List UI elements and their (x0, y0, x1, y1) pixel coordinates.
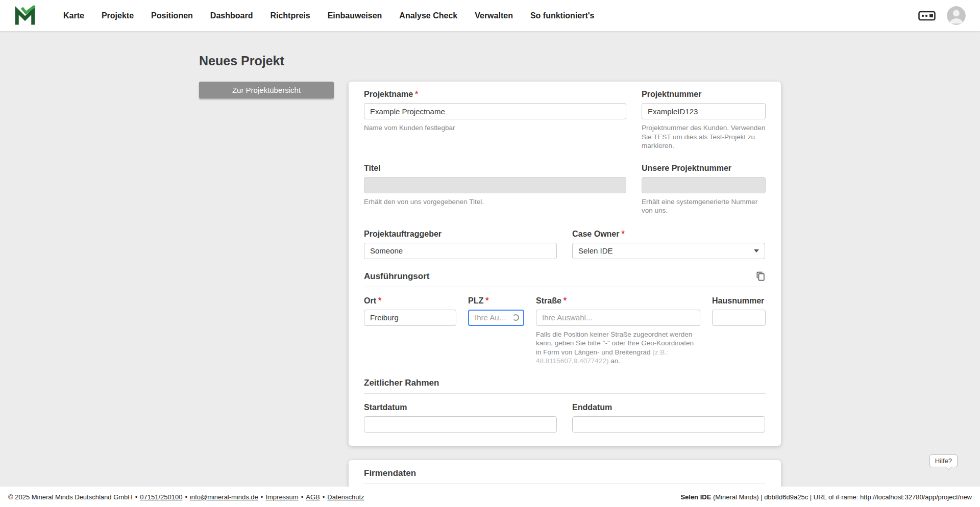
nav-item-einbauweisen[interactable]: Einbauweisen (328, 11, 382, 20)
unsere-projektnummer-label: Unsere Projektnummer (642, 164, 766, 173)
titel-input (364, 177, 626, 193)
plz-label: PLZ* (468, 296, 524, 306)
strasse-helper: Falls die Position keiner Straße zugeord… (536, 330, 700, 366)
hausnummer-label: Hausnummer (712, 296, 766, 306)
main-nav: Karte Projekte Positionen Dashboard Rich… (63, 11, 595, 20)
case-owner-label: Case Owner* (572, 230, 765, 239)
user-avatar[interactable] (947, 6, 966, 25)
section-firmendaten: Firmendaten (364, 468, 766, 484)
nav-item-projekte[interactable]: Projekte (102, 11, 134, 20)
unsere-projektnummer-helper: Erhält eine systemgenerierte Nummer von … (642, 197, 766, 215)
required-asterisk: * (564, 296, 567, 305)
enddatum-input[interactable] (572, 416, 765, 433)
projektname-label: Projektname* (364, 90, 626, 99)
footer-email-link[interactable]: info@mineral-minds.de (190, 493, 258, 501)
required-asterisk: * (485, 296, 488, 305)
mineral-minds-logo-icon[interactable] (14, 5, 36, 27)
footer-session-text: (Mineral Minds) | dbb8d6d9a25c | URL of … (711, 493, 972, 501)
footer-datenschutz-link[interactable]: Datenschutz (327, 493, 364, 501)
footer-left: © 2025 Mineral Minds Deutschland GmbH • … (8, 493, 364, 501)
strasse-input[interactable] (536, 310, 700, 326)
copy-icon[interactable] (756, 271, 766, 281)
device-icon[interactable] (918, 10, 936, 22)
footer-user-name: Selen IDE (680, 493, 711, 501)
footer-session-info: Selen IDE (Mineral Minds) | dbb8d6d9a25c… (680, 493, 972, 501)
copyright-text: © 2025 Mineral Minds Deutschland GmbH (8, 493, 133, 501)
footer: © 2025 Mineral Minds Deutschland GmbH • … (0, 487, 980, 507)
hausnummer-input[interactable] (712, 310, 766, 326)
nav-item-positionen[interactable]: Positionen (151, 11, 193, 20)
plz-placeholder: Ihre Auswahl... (475, 313, 510, 322)
plz-input[interactable]: Ihre Auswahl... (468, 310, 524, 326)
ort-input[interactable] (364, 310, 456, 326)
case-owner-value: Selen IDE (578, 246, 754, 255)
nav-item-analyse-check[interactable]: Analyse Check (399, 11, 457, 20)
topbar-right (918, 6, 966, 25)
separator-dot: • (135, 493, 138, 501)
projektnummer-label: Projektnummer (642, 90, 766, 99)
ort-label: Ort* (364, 296, 456, 306)
projektauftraggeber-label: Projektauftraggeber (364, 230, 557, 239)
titel-helper: Erhält den von uns vorgegebenen Titel. (364, 197, 626, 207)
footer-phone-link[interactable]: 07151/250100 (140, 493, 182, 501)
section-zeitlicher-rahmen: Zeitlicher Rahmen (364, 378, 766, 394)
enddatum-label: Enddatum (572, 403, 765, 412)
required-asterisk: * (378, 296, 381, 305)
startdatum-label: Startdatum (364, 403, 557, 412)
top-navigation-bar: Karte Projekte Positionen Dashboard Rich… (0, 0, 980, 31)
separator-dot: • (301, 493, 304, 501)
help-button[interactable]: Hilfe? (929, 454, 958, 467)
titel-label: Titel (364, 164, 626, 173)
new-project-form-card: Projektname* Name vom Kunden festlegbar … (349, 82, 781, 446)
main-content: Neues Projekt Zur Projektübersicht Proje… (0, 31, 980, 487)
loading-spinner-icon (512, 314, 519, 321)
projektname-helper: Name vom Kunden festlegbar (364, 123, 626, 133)
separator-dot: • (323, 493, 325, 501)
projektauftraggeber-input[interactable] (364, 243, 557, 259)
required-asterisk: * (621, 230, 624, 238)
separator-dot: • (185, 493, 187, 501)
separator-dot: • (261, 493, 263, 501)
page-title: Neues Projekt (199, 54, 781, 68)
zeitlicher-rahmen-title: Zeitlicher Rahmen (364, 378, 439, 388)
strasse-label: Straße* (536, 296, 700, 306)
nav-item-karte[interactable]: Karte (63, 11, 84, 20)
case-owner-select[interactable]: Selen IDE (572, 243, 765, 259)
nav-item-richtpreis[interactable]: Richtpreis (270, 11, 310, 20)
nav-item-so-funktionierts[interactable]: So funktioniert's (530, 11, 595, 20)
chevron-down-icon (754, 249, 759, 252)
firmendaten-title: Firmendaten (364, 468, 416, 478)
footer-impressum-link[interactable]: Impressum (265, 493, 298, 501)
firmendaten-card: Firmendaten (349, 460, 781, 487)
projektname-input[interactable] (364, 103, 626, 119)
projektnummer-helper: Projektnummer des Kunden. Verwenden Sie … (642, 123, 766, 150)
footer-agb-link[interactable]: AGB (306, 493, 320, 501)
ausfuehrungsort-title: Ausführungsort (364, 271, 429, 282)
project-overview-button[interactable]: Zur Projektübersicht (199, 82, 334, 98)
required-asterisk: * (415, 90, 418, 98)
nav-item-dashboard[interactable]: Dashboard (210, 11, 253, 20)
nav-item-verwalten[interactable]: Verwalten (475, 11, 513, 20)
projektnummer-input[interactable] (642, 103, 766, 119)
startdatum-input[interactable] (364, 416, 557, 433)
unsere-projektnummer-input (642, 177, 766, 193)
section-ausfuehrungsort: Ausführungsort (364, 271, 766, 287)
